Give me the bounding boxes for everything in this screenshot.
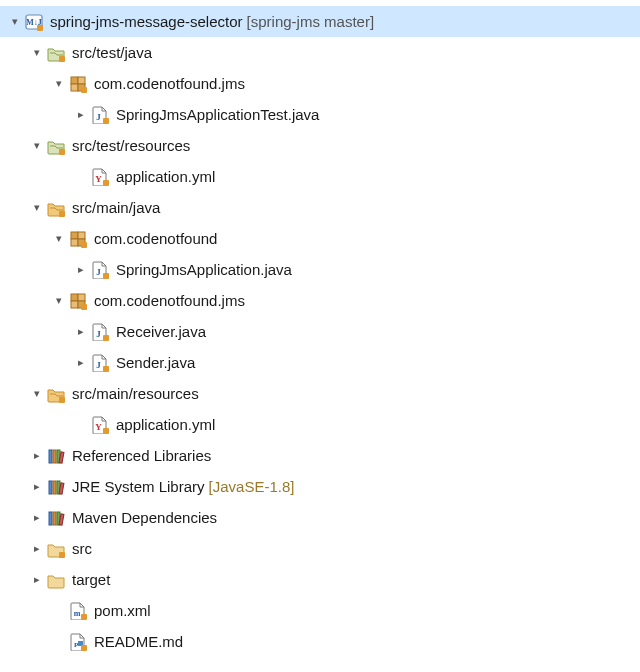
chevron-right-icon[interactable]: ▸ xyxy=(72,106,90,124)
package-icon xyxy=(68,74,88,94)
project-tree[interactable]: ▾spring-jms-message-selector[spring-jms … xyxy=(0,0,640,657)
chevron-right-icon[interactable]: ▸ xyxy=(28,478,46,496)
tree-row[interactable]: ▸JRE System Library[JavaSE-1.8] xyxy=(0,471,640,502)
tree-row[interactable]: application.yml xyxy=(0,409,640,440)
yaml-file-icon xyxy=(90,415,110,435)
java-file-icon xyxy=(90,260,110,280)
tree-row[interactable]: pom.xml xyxy=(0,595,640,626)
tree-item-label: pom.xml xyxy=(94,602,151,619)
java-file-icon xyxy=(90,322,110,342)
tree-item-label: application.yml xyxy=(116,416,215,433)
chevron-right-icon[interactable]: ▸ xyxy=(28,447,46,465)
chevron-down-icon[interactable]: ▾ xyxy=(6,13,24,31)
tree-item-label: Maven Dependencies xyxy=(72,509,217,526)
chevron-down-icon[interactable]: ▾ xyxy=(28,137,46,155)
tree-row[interactable]: ▾com.codenotfound.jms xyxy=(0,285,640,316)
tree-item-label: application.yml xyxy=(116,168,215,185)
folder-icon xyxy=(46,570,66,590)
src-main-icon xyxy=(46,198,66,218)
chevron-down-icon[interactable]: ▾ xyxy=(28,199,46,217)
library-icon xyxy=(46,446,66,466)
library-icon xyxy=(46,508,66,528)
chevron-down-icon[interactable]: ▾ xyxy=(50,230,68,248)
chevron-down-icon[interactable]: ▾ xyxy=(28,44,46,62)
tree-item-suffix: [JavaSE-1.8] xyxy=(209,478,295,495)
src-main-icon xyxy=(46,384,66,404)
tree-item-label: SpringJmsApplicationTest.java xyxy=(116,106,319,123)
java-file-icon xyxy=(90,353,110,373)
src-test-icon xyxy=(46,43,66,63)
tree-item-label: src/main/java xyxy=(72,199,160,216)
maven-project-icon xyxy=(24,12,44,32)
tree-row[interactable]: ▾src/test/resources xyxy=(0,130,640,161)
tree-item-label: Sender.java xyxy=(116,354,195,371)
tree-item-label: Receiver.java xyxy=(116,323,206,340)
chevron-right-icon[interactable]: ▸ xyxy=(72,323,90,341)
md-file-icon xyxy=(68,632,88,652)
library-icon xyxy=(46,477,66,497)
src-test-icon xyxy=(46,136,66,156)
tree-row[interactable]: ▸Referenced Libraries xyxy=(0,440,640,471)
tree-row[interactable]: ▸Receiver.java xyxy=(0,316,640,347)
chevron-right-icon[interactable]: ▸ xyxy=(28,571,46,589)
tree-row[interactable]: ▾src/main/resources xyxy=(0,378,640,409)
tree-row[interactable]: ▾src/test/java xyxy=(0,37,640,68)
package-icon xyxy=(68,229,88,249)
tree-item-label: com.codenotfound xyxy=(94,230,217,247)
folder-vc-icon xyxy=(46,539,66,559)
chevron-right-icon[interactable]: ▸ xyxy=(72,354,90,372)
chevron-right-icon[interactable]: ▸ xyxy=(72,261,90,279)
chevron-right-icon[interactable]: ▸ xyxy=(28,509,46,527)
xml-file-icon xyxy=(68,601,88,621)
tree-item-label: com.codenotfound.jms xyxy=(94,292,245,309)
chevron-down-icon[interactable]: ▾ xyxy=(28,385,46,403)
tree-item-label: README.md xyxy=(94,633,183,650)
tree-item-suffix: [spring-jms master] xyxy=(247,13,375,30)
chevron-down-icon[interactable]: ▾ xyxy=(50,292,68,310)
tree-item-label: SpringJmsApplication.java xyxy=(116,261,292,278)
tree-item-label: src/test/resources xyxy=(72,137,190,154)
package-icon xyxy=(68,291,88,311)
tree-row[interactable]: ▸Sender.java xyxy=(0,347,640,378)
tree-row[interactable]: ▸Maven Dependencies xyxy=(0,502,640,533)
tree-item-label: src/test/java xyxy=(72,44,152,61)
tree-item-label: src xyxy=(72,540,92,557)
java-file-icon xyxy=(90,105,110,125)
tree-item-label: target xyxy=(72,571,110,588)
tree-row[interactable]: ▾spring-jms-message-selector[spring-jms … xyxy=(0,6,640,37)
tree-row[interactable]: ▸SpringJmsApplicationTest.java xyxy=(0,99,640,130)
tree-item-label: spring-jms-message-selector xyxy=(50,13,243,30)
tree-row[interactable]: ▸target xyxy=(0,564,640,595)
tree-item-label: JRE System Library xyxy=(72,478,205,495)
tree-item-label: com.codenotfound.jms xyxy=(94,75,245,92)
tree-row[interactable]: ▾com.codenotfound xyxy=(0,223,640,254)
tree-row[interactable]: ▾src/main/java xyxy=(0,192,640,223)
tree-row[interactable]: ▸SpringJmsApplication.java xyxy=(0,254,640,285)
tree-item-label: src/main/resources xyxy=(72,385,199,402)
tree-row[interactable]: ▸src xyxy=(0,533,640,564)
chevron-down-icon[interactable]: ▾ xyxy=(50,75,68,93)
tree-row[interactable]: README.md xyxy=(0,626,640,657)
chevron-right-icon[interactable]: ▸ xyxy=(28,540,46,558)
tree-row[interactable]: application.yml xyxy=(0,161,640,192)
tree-row[interactable]: ▾com.codenotfound.jms xyxy=(0,68,640,99)
yaml-file-icon xyxy=(90,167,110,187)
tree-item-label: Referenced Libraries xyxy=(72,447,211,464)
